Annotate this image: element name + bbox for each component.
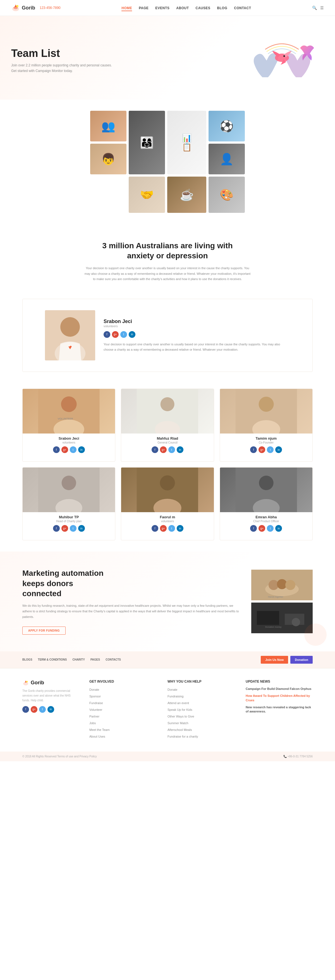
featured-name: Srabon Jeci: [104, 318, 290, 325]
svg-point-3: [16, 5, 18, 7]
footer-col-get-involved: Get Involved Donate Sponsor Fundraise Vo…: [89, 679, 156, 740]
copyright-text: © 2018 All Rights Reserved Terms of use …: [22, 755, 97, 758]
marketing-section: Marketing automation keeps donors connec…: [0, 552, 335, 651]
team-card-6: Emran Abha Chief Product Officer f g+ t …: [220, 467, 313, 540]
list-item: Volunteer: [89, 707, 156, 712]
nav-contact[interactable]: CONTACT: [234, 6, 251, 10]
team-name-5: Faorul m: [121, 515, 214, 519]
footer-social-icons: f g+ t in: [22, 706, 78, 713]
team3-facebook-icon[interactable]: f: [250, 446, 257, 453]
team5-google-icon[interactable]: g+: [160, 525, 167, 532]
team4-facebook-icon[interactable]: f: [53, 525, 60, 532]
team2-twitter-icon[interactable]: t: [168, 446, 175, 453]
team-social-2: f g+ t in: [121, 446, 214, 453]
nav-causes[interactable]: CAUSES: [196, 6, 211, 10]
apply-funding-button[interactable]: APPLY FOR FUNDING: [22, 627, 65, 635]
footer-col-why-help: Why you can Help Donate Fundraising Atte…: [168, 679, 234, 740]
photo-cell-1: 👥: [90, 111, 126, 142]
footer-google-icon[interactable]: g+: [31, 706, 37, 713]
team5-linkedin-icon[interactable]: in: [177, 525, 183, 532]
team-social-3: f g+ t in: [220, 446, 313, 453]
footer-top: BLOGS TERM & CONDITIONS CHARITY PAGES CO…: [0, 651, 335, 668]
footer-col-heading-1: Get Involved: [89, 679, 156, 684]
team5-facebook-icon[interactable]: f: [152, 525, 158, 532]
hero-text: Team List Join over 2.2 million people s…: [11, 48, 112, 73]
svg-point-39: [23, 682, 28, 686]
footer-link-blogs[interactable]: BLOGS: [22, 658, 32, 661]
footer-top-links: BLOGS TERM & CONDITIONS CHARITY PAGES CO…: [22, 658, 121, 661]
news-item-1: Campaign For Build Diamond Falcon Orphus: [246, 687, 313, 691]
google-plus-icon[interactable]: g+: [112, 331, 119, 338]
footer-twitter-icon[interactable]: t: [39, 706, 46, 713]
footer-col-news: Update News Campaign For Build Diamond F…: [246, 679, 313, 740]
svg-point-20: [62, 476, 76, 490]
list-item: Summer Match: [168, 720, 234, 725]
team1-twitter-icon[interactable]: t: [70, 446, 77, 453]
team1-linkedin-icon[interactable]: in: [78, 446, 85, 453]
nav-page[interactable]: PAGE: [139, 6, 148, 10]
footer-brand-name: Gorib: [22, 679, 78, 686]
team6-facebook-icon[interactable]: f: [250, 525, 257, 532]
footer-brand: Gorib The Gorib charity provides commerc…: [22, 679, 78, 740]
join-us-button[interactable]: Join Us Now: [261, 656, 288, 663]
search-icon[interactable]: 🔍: [312, 6, 317, 10]
team6-google-icon[interactable]: g+: [258, 525, 265, 532]
linkedin-icon[interactable]: in: [129, 331, 136, 338]
svg-point-17: [258, 397, 274, 412]
team6-twitter-icon[interactable]: t: [267, 525, 274, 532]
team2-facebook-icon[interactable]: f: [152, 446, 158, 453]
donation-button[interactable]: Donation: [290, 656, 313, 663]
team-social-1: f g+ t in: [22, 446, 115, 453]
list-item: About Uses: [89, 734, 156, 739]
menu-icon[interactable]: ☰: [320, 6, 324, 10]
team-photo-3: [220, 389, 313, 434]
twitter-icon[interactable]: t: [120, 331, 127, 338]
logo-icon: [11, 3, 20, 12]
team-card-1: VOLUNTEER Srabon Jeci volunteers f g+ t …: [22, 388, 115, 462]
nav-home[interactable]: HOME: [121, 6, 132, 11]
team1-google-icon[interactable]: g+: [61, 446, 68, 453]
team-social-6: f g+ t in: [220, 525, 313, 532]
facebook-icon[interactable]: f: [104, 331, 110, 338]
news-link-2[interactable]: How Award To Support Children Affected b…: [246, 694, 313, 702]
footer-link-terms[interactable]: TERM & CONDITIONS: [38, 658, 67, 661]
team4-google-icon[interactable]: g+: [61, 525, 68, 532]
footer-link-contacts[interactable]: CONTACTS: [105, 658, 121, 661]
team-card-4: Muhibur TP Head of Charity plan f g+ t i…: [22, 467, 115, 540]
featured-role: volunteers: [104, 325, 290, 328]
team-photo-4: [22, 468, 115, 512]
nav-links: HOME PAGE EVENTS ABOUT CAUSES BLOG CONTA…: [121, 5, 251, 10]
team2-google-icon[interactable]: g+: [160, 446, 167, 453]
team3-google-icon[interactable]: g+: [258, 446, 265, 453]
list-item: Donate: [168, 687, 234, 692]
list-item: Fundraising: [168, 694, 234, 698]
list-item: Other Ways to Give: [168, 714, 234, 719]
list-item: Attend an event: [168, 700, 234, 705]
footer-main: Gorib The Gorib charity provides commerc…: [0, 668, 335, 751]
team4-linkedin-icon[interactable]: in: [78, 525, 85, 532]
team2-linkedin-icon[interactable]: in: [177, 446, 183, 453]
team6-linkedin-icon[interactable]: in: [275, 525, 282, 532]
team4-twitter-icon[interactable]: t: [70, 525, 77, 532]
team3-twitter-icon[interactable]: t: [267, 446, 274, 453]
news-link-3[interactable]: New research has revealed a staggering l…: [246, 705, 313, 714]
footer-facebook-icon[interactable]: f: [22, 706, 29, 713]
featured-bio: Your decision to support one charity ove…: [104, 342, 290, 352]
marketing-title: Marketing automation keeps donors connec…: [22, 568, 240, 599]
team5-twitter-icon[interactable]: t: [168, 525, 175, 532]
nav-events[interactable]: EVENTS: [155, 6, 169, 10]
team1-facebook-icon[interactable]: f: [53, 446, 60, 453]
nav-blog[interactable]: BLOG: [217, 6, 228, 10]
photo-cell-5: 👦: [90, 144, 126, 174]
marketing-body: We do this by funding research, training…: [22, 603, 240, 620]
footer-link-pages[interactable]: PAGES: [91, 658, 100, 661]
footer-link-charity[interactable]: CHARITY: [72, 658, 85, 661]
news-link-1[interactable]: Campaign For Build Diamond Falcon Orphus: [246, 687, 313, 691]
footer-linkedin-icon[interactable]: in: [48, 706, 54, 713]
footer-col-heading-3: Update News: [246, 679, 313, 684]
team-social-4: f g+ t in: [22, 525, 115, 532]
list-item: Jobs: [89, 720, 156, 725]
nav-about[interactable]: ABOUT: [176, 6, 189, 10]
team3-linkedin-icon[interactable]: in: [275, 446, 282, 453]
svg-point-5: [283, 55, 285, 57]
